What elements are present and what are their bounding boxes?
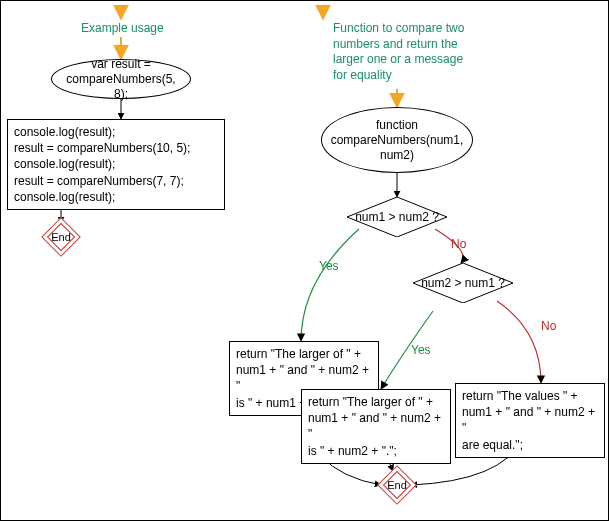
flowchart-canvas: Example usage var result = compareNumber… [0,0,609,521]
node-end-right-text: End [383,471,411,499]
node-end-left-text: End [47,223,75,251]
node-decision-2-text: num2 > num1 ? [421,276,505,290]
d1-no-label: No [451,237,466,251]
node-end-right: End [383,471,411,499]
comment-example-usage: Example usage [81,21,164,37]
node-decision-1-text: num1 > num2 ? [355,210,439,224]
comment-function-desc: Function to compare two numbers and retu… [333,21,493,83]
node-start-right: function compareNumbers(num1, num2) [321,107,473,173]
node-proc-left: console.log(result); result = compareNum… [7,119,225,210]
d1-yes-label: Yes [319,259,339,273]
node-return-2-text: return "The larger of " + num1 + " and "… [308,395,441,458]
node-decision-1: num1 > num2 ? [347,197,447,237]
node-return-2: return "The larger of " + num1 + " and "… [301,389,451,464]
d2-yes-label: Yes [411,343,431,357]
node-decision-2: num2 > num1 ? [413,263,513,303]
node-return-3-text: return "The values " + num1 + " and " + … [462,389,595,452]
d2-no-label: No [541,319,556,333]
node-start-left: var result = compareNumbers(5, 8); [51,59,191,99]
node-end-left: End [47,223,75,251]
node-proc-left-text: console.log(result); result = compareNum… [14,125,190,204]
node-start-left-text: var result = compareNumbers(5, 8); [62,57,180,102]
node-start-right-text: function compareNumbers(num1, num2) [331,118,464,163]
node-return-3: return "The values " + num1 + " and " + … [455,383,605,458]
